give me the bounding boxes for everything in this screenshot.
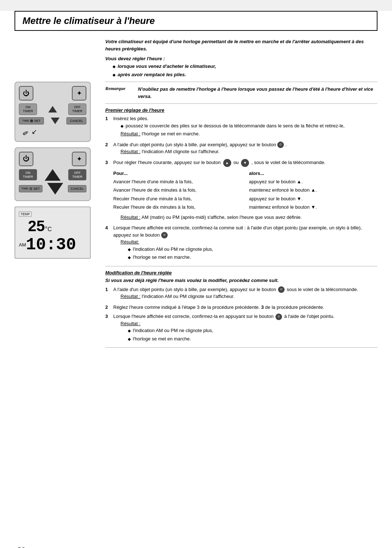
off-timer-btn-2: OFFTIMER <box>68 169 86 181</box>
s2-step2-body: Réglez l'heure comme indiqué à l'étape 3… <box>113 304 377 311</box>
temp-label: TEMP <box>19 212 32 217</box>
step3-text: Pour régler l'heure courante, appuyez su… <box>113 160 221 165</box>
remote-btn-row-timer-2: ONTIMER OFFTIMER <box>19 169 86 181</box>
step1-resultat: Résultat : l'horloge se met en marche. <box>121 130 377 138</box>
pour-heading: Pour... <box>113 169 242 177</box>
remote-btn-row-timer: ONTIMER OFFTIMER <box>19 103 86 115</box>
remarque-label: Remarque <box>105 86 134 91</box>
step3-resultat: Résultat : AM (matin) ou PM (après-midi)… <box>121 214 377 221</box>
step2-resultat: Résultat : l'indication AM clignote sur … <box>121 148 377 155</box>
row3-right: appuyez sur le bouton ▼. <box>249 195 377 203</box>
divider-2 <box>105 103 377 104</box>
temp-display: 25 ° C <box>24 218 86 234</box>
deg-symbol: ° <box>45 225 48 233</box>
s2-step2-num: 2 <box>105 304 110 311</box>
left-column: ⏻ ✦ ONTIMER OFFTIMER TIME SET <box>15 82 94 351</box>
diamond-icon-1: ◆ <box>113 64 115 70</box>
step3-table: Pour... Avancer l'heure d'une minute à l… <box>113 169 377 212</box>
remote-btn-row-set: TIME SET CANCEL <box>19 117 86 124</box>
s2-step3-bullet-1: ◆ l'indication AM ou PM ne clignote plus… <box>128 327 377 334</box>
remote-icon-power-2: ⏻ <box>19 152 33 166</box>
c-symbol: C <box>48 226 52 233</box>
remote-icon-fan: ✦ <box>72 86 86 101</box>
time-label-2: TIME <box>21 187 28 190</box>
step1: 1 Insérez les piles. ◆ poussez le couver… <box>105 115 377 139</box>
arrow-down-icon <box>51 118 60 124</box>
off-timer-btn: OFFTIMER <box>68 103 86 115</box>
remote-icon-power: ⏻ <box>19 86 33 101</box>
divider-3 <box>105 266 377 266</box>
big-arrows <box>45 169 61 181</box>
resultat-label-6: Résultat : <box>121 321 140 326</box>
page-title: Mettre le climatiseur à l'heure <box>23 15 369 26</box>
intro-bold-text: Votre climatiseur est équipé d'une horlo… <box>105 38 377 52</box>
step4-body: Lorsque l'heure affichée est correcte, c… <box>113 224 377 262</box>
set-dot-2 <box>29 187 32 190</box>
s2-step3-text2: à l'aide de l'objet pointu. <box>284 314 335 319</box>
pour-col: Pour... Avancer l'heure d'une minute à l… <box>113 169 242 212</box>
page-number: F-8 <box>18 547 25 548</box>
step1-num: 1 <box>105 115 110 139</box>
section2-intro: Si vous avez déjà réglé l'heure mais vou… <box>105 278 377 283</box>
remote-icon-fan-2: ✦ <box>72 152 86 166</box>
remarque-row: Remarque N'oubliez pas de remettre l'hor… <box>105 86 377 100</box>
arrow-indicator: ↙ <box>32 128 37 136</box>
temp-value: 25 <box>28 218 45 234</box>
row4-left: Reculer l'heure de dix minutes à la fois… <box>113 203 242 211</box>
s2-step1-resultat-text: l'indication AM ou PM clignote sur l'aff… <box>142 294 234 299</box>
section-1: Premier réglage de l'heure 1 Insérez les… <box>105 107 377 262</box>
arrow-up-icon <box>48 106 57 113</box>
step4-bullet-text-1: l'indication AM ou PM ne clignote plus, <box>133 246 213 253</box>
step4-bullet-1: ◆ l'indication AM ou PM ne clignote plus… <box>128 246 377 253</box>
divider-4 <box>105 347 377 348</box>
step4-bullet-2: ◆ l'horloge se met en marche. <box>128 254 377 261</box>
vous-devez-heading: Vous devez régler l'heure : <box>105 56 377 61</box>
cancel-btn-2: CANCEL <box>68 185 86 192</box>
row4-right: maintenez enfoncé le bouton ▼. <box>249 203 377 211</box>
step2-dot: . <box>285 142 287 147</box>
diamond-icon-6: ◆ <box>128 328 131 334</box>
step3-text3: , sous le volet de la télécommande. <box>252 160 326 165</box>
s2-step3-body: Lorsque l'heure affichée est correcte, c… <box>113 313 377 344</box>
step1-bullet: ◆ poussez le couvercle des piles sur le … <box>121 122 377 130</box>
diamond-icon-7: ◆ <box>128 336 131 343</box>
time-value: 10:30 <box>26 236 76 254</box>
diamond-icon-5: ◆ <box>128 254 131 261</box>
s2-step3-num: 3 <box>105 313 110 344</box>
section2-heading: Modification de l'heure réglée <box>105 270 377 275</box>
remote-top-row-2: ⏻ ✦ <box>19 152 86 166</box>
step1-resultat-text: l'horloge se met en marche. <box>142 131 200 136</box>
set-btn: TIME SET <box>19 117 44 124</box>
alors-col: alors... appuyez sur le bouton ▲. mainte… <box>249 169 377 212</box>
stylus-area: ✏ ↙ <box>19 127 86 138</box>
remarque-text: N'oubliez pas de remettre l'horloge à l'… <box>138 86 377 100</box>
s2-step1: 1 A l'aide d'un objet pointu (un stylo à… <box>105 286 377 302</box>
step4: 4 Lorsque l'heure affichée est correcte,… <box>105 224 377 262</box>
on-timer-btn-2: ONTIMER <box>19 169 37 181</box>
page: Mettre le climatiseur à l'heure ⏻ ✦ ONTI… <box>0 11 392 548</box>
bullet-item-2: ◆ après avoir remplacé les piles. <box>113 71 377 78</box>
divider-1 <box>105 82 377 82</box>
on-timer-btn: ONTIMER <box>19 103 37 115</box>
s2-step3-bullet-text-2: l'horloge se met en marche. <box>133 335 191 343</box>
section-2: Modification de l'heure réglée Si vous a… <box>105 270 377 344</box>
set-btn-2: TIME SET <box>19 185 42 192</box>
s2-step3: 3 Lorsque l'heure affichée est correcte,… <box>105 313 377 344</box>
s2-step3-bullet-text-1: l'indication AM ou PM ne clignote plus, <box>133 327 213 334</box>
resultat-label-4: Résultat: <box>121 239 139 245</box>
step4-resultat: Résultat: ◆ l'indication AM ou PM ne cli… <box>121 238 377 261</box>
step2-text: A l'aide d'un objet pointu (un stylo à b… <box>113 142 276 147</box>
step2-body: A l'aide d'un objet pointu (un stylo à b… <box>113 141 377 157</box>
big-arrows-down <box>47 183 63 195</box>
resultat-label-1: Résultat : <box>121 131 140 136</box>
stylus-icon: ✏ <box>21 128 30 138</box>
remote-top-row: ⏻ ✦ <box>19 86 86 101</box>
big-arrow-up-icon <box>45 169 61 181</box>
set-label: SET <box>34 119 41 123</box>
arrow-up-btn: ▲ <box>223 159 231 167</box>
alors-heading: alors... <box>249 169 377 177</box>
time-label: TIME <box>22 119 29 122</box>
s2-step2-bold: 3 <box>261 304 265 310</box>
step2-resultat-text: l'indication AM clignote sur l'afficheur… <box>142 149 220 154</box>
cancel-btn: CANCEL <box>66 117 86 124</box>
